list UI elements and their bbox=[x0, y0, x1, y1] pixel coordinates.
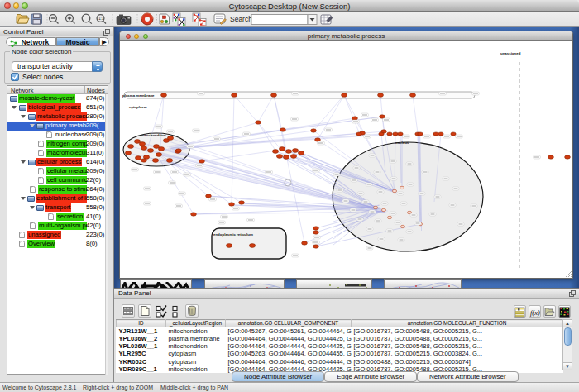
svg-text:Search:: Search: bbox=[230, 15, 254, 23]
svg-text:mitochondrion: mitochondrion bbox=[141, 133, 166, 137]
svg-text:endoplasmic reticulum: endoplasmic reticulum bbox=[213, 232, 253, 237]
svg-text:1:1: 1:1 bbox=[98, 17, 104, 21]
svg-text:nucleus: nucleus bbox=[395, 141, 409, 145]
svg-text:plasma membrane: plasma membrane bbox=[122, 93, 155, 98]
svg-text:cytoplasm: cytoplasm bbox=[129, 105, 147, 109]
svg-text:unassigned: unassigned bbox=[500, 51, 521, 55]
svg-text:f(x): f(x) bbox=[530, 308, 540, 317]
